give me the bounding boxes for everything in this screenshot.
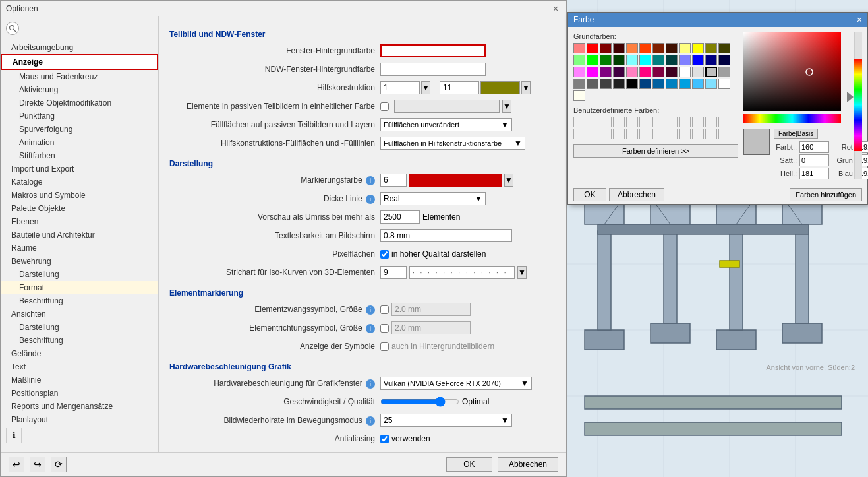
basic-color-swatch[interactable] [587,43,598,53]
custom-swatch[interactable] [600,117,612,127]
basic-color-swatch[interactable] [692,55,704,65]
basic-color-swatch[interactable] [718,79,730,89]
custom-swatch[interactable] [587,117,598,127]
custom-swatch[interactable] [613,117,625,127]
basic-color-swatch[interactable] [679,55,691,65]
sidebar-item-masslinie[interactable]: Maßlinie [1,373,158,387]
custom-swatch[interactable] [718,117,730,127]
sidebar-item-ansichten[interactable]: Ansichten [1,307,158,321]
farbe-basis-tab[interactable]: Farbe|Basis [774,129,818,139]
custom-swatch[interactable] [666,117,678,127]
geschwindigkeit-slider[interactable] [380,397,459,407]
basic-color-swatch[interactable] [626,43,638,53]
basic-color-swatch[interactable] [587,79,598,89]
hilfskonstruktion-dropdown1[interactable]: ▼ [421,81,430,94]
custom-swatch[interactable] [692,117,704,127]
define-colors-button[interactable]: Farben definieren >> [573,144,738,158]
basic-color-swatch[interactable] [573,79,585,89]
sidebar-item-makros[interactable]: Makros und Symbole [1,189,158,202]
basic-color-swatch[interactable] [652,79,664,89]
sidebar-item-bewehrung[interactable]: Bewehrung [1,255,158,268]
ndw-color-box[interactable] [380,63,486,76]
custom-swatch[interactable] [679,117,691,127]
footer-icon-btn1[interactable]: ↩ [9,457,24,472]
sidebar-item-positionsplan[interactable]: Positionsplan [1,387,158,400]
custom-swatch[interactable] [573,129,585,139]
color-gradient-picker[interactable] [743,32,841,111]
pixelflaechen-checkbox[interactable] [380,250,389,259]
custom-swatch[interactable] [626,117,638,127]
custom-swatch[interactable] [679,129,691,139]
basic-color-swatch[interactable] [679,79,691,89]
basic-color-swatch[interactable] [666,43,678,53]
basic-color-swatch[interactable] [600,79,612,89]
fuellflaechen-select[interactable]: Füllflächen unverändert ▼ [380,118,512,131]
basic-color-swatch[interactable] [600,43,612,53]
textlesbar-input[interactable]: 0.8 mm [380,229,512,242]
fenster-color-box[interactable] [380,44,486,57]
sidebar-item-import[interactable]: Import und Export [1,162,158,175]
custom-swatch[interactable] [705,117,717,127]
custom-swatch[interactable] [587,129,598,139]
strichart-preview[interactable]: · · · · · · · · · · · · · [409,266,515,279]
sidebar-item-spurverfolgung[interactable]: Spurverfolgung [1,123,158,136]
sidebar-item-kataloge[interactable]: Kataloge [1,175,158,189]
markierung-color-preview[interactable] [409,174,502,187]
custom-swatch[interactable] [666,129,678,139]
sidebar-item-planlayout[interactable]: Planlayout [1,413,158,426]
elemente-checkbox[interactable] [380,102,389,111]
dickelinie-select[interactable]: Real ▼ [380,192,486,205]
hilfskonstruktion-input1[interactable]: 1 [380,81,420,94]
saett-input[interactable] [799,154,829,166]
bildwiederholrate-select[interactable]: 25 ▼ [380,414,512,427]
add-colors-button[interactable]: Farben hinzufügen [790,188,862,201]
hilfskonstruktion-input2[interactable]: 11 [440,81,479,94]
farbt-input[interactable] [799,141,829,153]
basic-color-swatch[interactable] [692,43,704,53]
basic-color-swatch[interactable] [652,43,664,53]
sidebar-item-arbeitsumgebung[interactable]: Arbeitsumgebung [1,41,158,54]
search-icon[interactable] [6,22,19,35]
custom-swatch[interactable] [652,129,664,139]
custom-swatch[interactable] [626,129,638,139]
basic-color-swatch[interactable] [718,67,730,77]
basic-color-swatch[interactable] [573,55,585,65]
sidebar-item-beschriftung1[interactable]: Beschriftung [1,294,158,307]
basic-color-swatch[interactable] [705,55,717,65]
sidebar-item-direkte[interactable]: Direkte Objektmodifikation [1,96,158,110]
basic-color-swatch[interactable] [613,67,625,77]
basic-color-swatch[interactable] [692,79,704,89]
strichart-num[interactable]: 9 [380,266,407,279]
color-dialog-close-button[interactable]: × [857,15,862,25]
hilfskonstruktion-dropdown2[interactable]: ▼ [521,81,531,94]
basic-color-swatch[interactable] [705,43,717,53]
basic-color-swatch[interactable] [639,43,651,53]
anzeige-checkbox[interactable] [380,342,389,351]
markierung-input[interactable]: 6 [380,174,407,187]
basic-color-swatch[interactable] [587,67,598,77]
basic-color-swatch[interactable] [639,67,651,77]
footer-abbrechen-button[interactable]: Abbrechen [498,457,558,472]
basic-color-swatch[interactable] [666,67,678,77]
elementrichtung-checkbox[interactable] [380,324,389,333]
custom-swatch[interactable] [613,129,625,139]
sidebar-item-bauteile[interactable]: Bauteile und Architektur [1,228,158,241]
basic-color-swatch[interactable] [573,43,585,53]
color-hue-bar[interactable] [743,114,841,123]
basic-color-swatch[interactable] [718,43,730,53]
basic-color-swatch[interactable] [573,90,585,101]
custom-swatch[interactable] [692,129,704,139]
markierung-dropdown[interactable]: ▼ [504,174,513,187]
basic-color-swatch[interactable] [639,55,651,65]
sidebar-item-text[interactable]: Text [1,360,158,373]
custom-swatch[interactable] [718,129,730,139]
vorschau-input[interactable] [380,210,420,224]
basic-color-swatch[interactable] [573,67,585,77]
color-abbrechen-button[interactable]: Abbrechen [609,188,664,201]
sidebar-item-punktfang[interactable]: Punktfang [1,110,158,123]
hilfskonstruktion-color2[interactable] [480,81,520,94]
basic-color-swatch[interactable] [679,43,691,53]
custom-swatch[interactable] [600,129,612,139]
footer-icon-btn3[interactable]: ⟳ [51,457,67,472]
sidebar-item-animation[interactable]: Animation [1,136,158,149]
